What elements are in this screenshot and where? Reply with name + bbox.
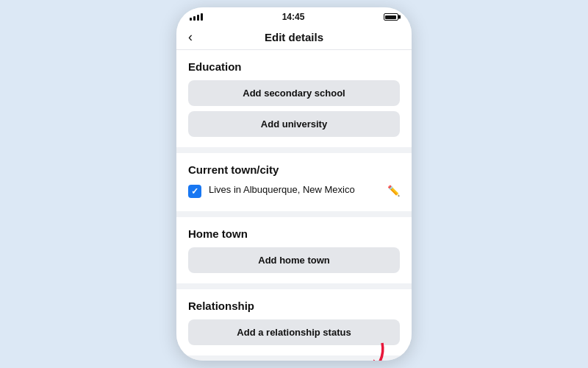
add-secondary-school-button[interactable]: Add secondary school <box>188 80 400 106</box>
add-university-button[interactable]: Add university <box>188 111 400 137</box>
relationship-section: Relationship Add a relationship status <box>176 289 412 355</box>
phone-frame: 14:45 ‹ Edit details Education Add secon… <box>176 7 412 361</box>
nav-title: Edit details <box>265 31 323 43</box>
status-bar: 14:45 <box>176 7 412 25</box>
add-home-town-button[interactable]: Add home town <box>188 247 400 273</box>
status-time: 14:45 <box>282 12 305 22</box>
battery-icon <box>384 13 398 21</box>
nav-bar: ‹ Edit details <box>176 25 412 50</box>
education-title: Education <box>188 60 400 73</box>
add-relationship-status-button[interactable]: Add a relationship status <box>188 319 400 345</box>
back-button[interactable]: ‹ <box>188 29 193 45</box>
signal-icon <box>190 13 203 21</box>
education-section: Education Add secondary school Add unive… <box>176 50 412 147</box>
home-town-title: Home town <box>188 227 400 240</box>
current-town-title: Current town/city <box>188 163 400 176</box>
home-town-section: Home town Add home town <box>176 217 412 283</box>
current-town-label: Lives in Albuquerque, New Mexico <box>209 183 380 197</box>
current-town-section: Current town/city Lives in Albuquerque, … <box>176 153 412 211</box>
edit-current-town-icon[interactable]: ✏️ <box>387 185 400 197</box>
current-town-row: Lives in Albuquerque, New Mexico ✏️ <box>188 183 400 198</box>
relationship-title: Relationship <box>188 300 400 312</box>
content-area: Education Add secondary school Add unive… <box>176 50 412 361</box>
current-town-checkbox[interactable] <box>188 185 201 198</box>
